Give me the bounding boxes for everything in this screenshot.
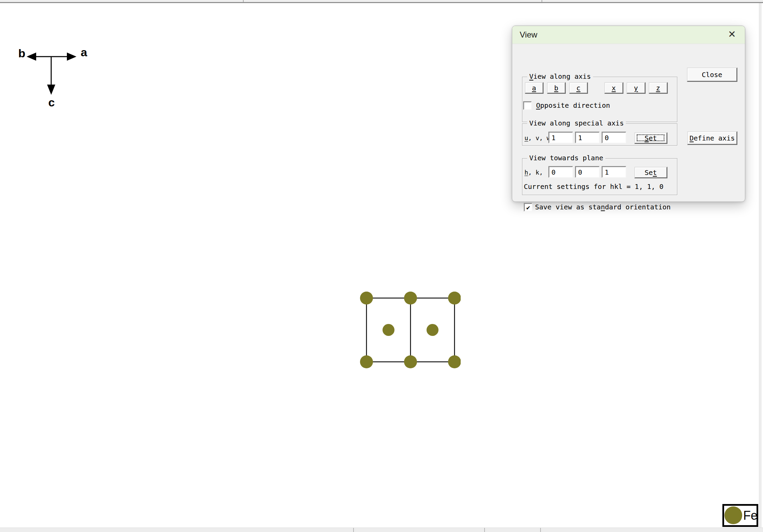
axis-button-a[interactable]: a <box>525 82 544 94</box>
l-field[interactable] <box>602 166 626 178</box>
fe-atom[interactable] <box>360 355 373 368</box>
fe-atom[interactable] <box>383 324 394 336</box>
statusbar-strip <box>0 528 763 532</box>
group-label: View towards plane <box>527 154 605 162</box>
hk-label: h, k, <box>524 168 543 177</box>
k-field[interactable] <box>575 166 600 178</box>
uvw-label: u, v, w <box>524 134 550 142</box>
toolbar-divider <box>243 0 244 2</box>
checkmark-icon: ✔ <box>526 204 530 211</box>
fe-atom[interactable] <box>427 324 438 336</box>
right-edge-strip <box>759 3 762 528</box>
toolbar-divider <box>542 0 542 2</box>
statusbar-divider <box>540 528 541 532</box>
u-field[interactable] <box>548 132 573 143</box>
opposite-direction-checkbox[interactable] <box>523 101 532 110</box>
fe-legend-atom-icon <box>724 506 745 525</box>
w-field[interactable] <box>602 132 626 143</box>
axis-label-c: c <box>48 96 55 109</box>
set-special-axis-button[interactable]: Set <box>634 132 667 144</box>
current-settings-text: Current settings for hkl = 1, 1, 0 <box>524 182 663 191</box>
group-label: View along axis <box>527 72 593 80</box>
crystal-structure-view[interactable] <box>358 288 461 368</box>
axis-label-b: b <box>18 47 26 60</box>
fe-atom[interactable] <box>448 355 461 368</box>
opposite-direction-label: Opposite direction <box>536 101 610 110</box>
close-icon[interactable]: ✕ <box>724 26 739 44</box>
fe-atom[interactable] <box>448 292 461 305</box>
toolbar-border-line <box>0 2 763 3</box>
axis-label-a: a <box>81 46 87 59</box>
dialog-title: View <box>520 26 537 44</box>
axis-button-y[interactable]: y <box>627 82 646 94</box>
axis-indicator: b a c <box>10 41 99 113</box>
axis-button-c[interactable]: c <box>569 82 588 94</box>
legend-element-label: Fe <box>743 508 758 523</box>
close-button[interactable]: Close <box>687 68 737 82</box>
save-view-label: Save view as standard orientation <box>535 203 671 211</box>
view-dialog: View ✕ View along axis a b c x y z Oppos… <box>512 26 745 202</box>
v-field[interactable] <box>575 132 600 143</box>
statusbar-divider <box>484 528 485 532</box>
set-plane-button[interactable]: Set <box>634 167 667 178</box>
dialog-titlebar[interactable]: View ✕ <box>512 26 745 44</box>
axis-button-x[interactable]: x <box>604 82 623 94</box>
statusbar-divider <box>353 528 354 532</box>
axis-button-b[interactable]: b <box>547 82 566 94</box>
save-view-checkbox[interactable]: ✔ <box>524 203 532 211</box>
axis-button-z[interactable]: z <box>649 82 668 94</box>
element-legend: Fe <box>722 504 758 527</box>
fe-atom[interactable] <box>404 355 417 368</box>
fe-atom[interactable] <box>404 292 417 305</box>
define-axis-button[interactable]: Define axis <box>687 131 737 145</box>
dialog-body: View along axis a b c x y z Opposite dir… <box>512 44 745 202</box>
group-label: View along special axis <box>527 119 626 127</box>
app-window: b a c View ✕ View along axis a b <box>0 0 763 532</box>
h-field[interactable] <box>548 166 573 178</box>
fe-atom[interactable] <box>360 292 373 305</box>
